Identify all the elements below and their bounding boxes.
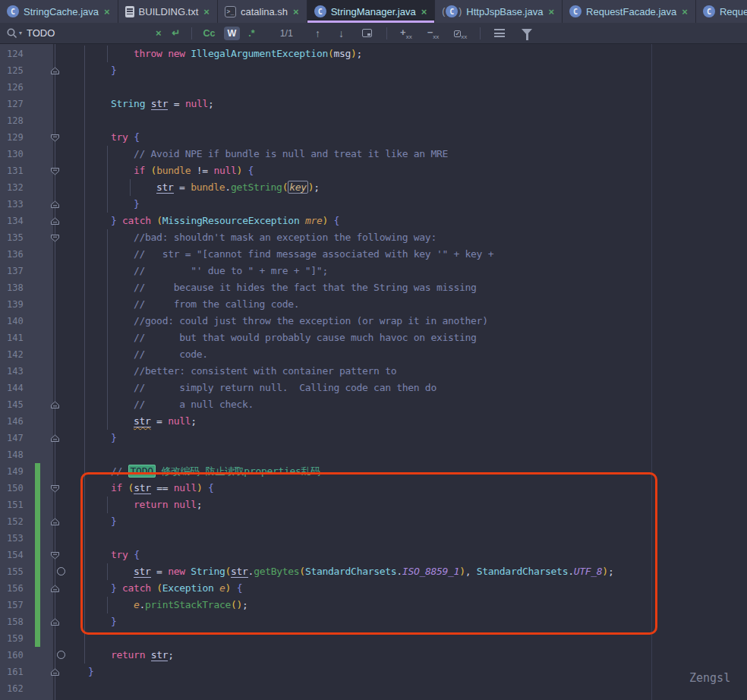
newline-icon[interactable]: ↵ — [169, 27, 184, 39]
code-line: 131if (bundle != null) { — [0, 162, 747, 179]
fold-end-marker-icon[interactable] — [50, 399, 60, 409]
close-tab-icon[interactable]: × — [292, 6, 300, 17]
filter-search-results-icon[interactable] — [494, 29, 505, 37]
code-text[interactable]: return null; — [88, 497, 747, 513]
code-text[interactable]: throw new IllegalArgumentException(msg); — [88, 46, 747, 62]
code-editor[interactable]: 124throw new IllegalArgumentException(ms… — [0, 44, 747, 700]
indent-guide — [84, 413, 85, 430]
code-text[interactable]: // code. — [88, 346, 747, 363]
clear-search-icon[interactable]: × — [153, 27, 165, 39]
fold-end-marker-icon[interactable] — [50, 65, 60, 75]
next-match-button[interactable]: ↓ — [332, 27, 351, 39]
vcs-change-bar[interactable] — [35, 580, 40, 597]
code-text[interactable]: if (bundle != null) { — [88, 162, 747, 179]
vcs-change-bar[interactable] — [35, 597, 40, 613]
tab-requestfacade-java[interactable]: C RequestFacade.java × — [563, 0, 696, 23]
close-tab-icon[interactable]: × — [203, 6, 210, 17]
tab-catalina-sh[interactable]: >_ catalina.sh × — [218, 0, 307, 23]
code-text[interactable]: // because it hides the fact that the St… — [88, 279, 747, 296]
code-text[interactable]: // str = "[cannot find message associate… — [88, 246, 747, 263]
close-tab-icon[interactable]: × — [103, 6, 111, 17]
code-text[interactable]: // but that would probably cause much ha… — [88, 330, 747, 346]
tab-httpjspbase-java[interactable]: (C) HttpJspBase.java × — [435, 0, 563, 23]
select-all-occurrences-button[interactable]: ✓xx — [449, 27, 472, 40]
words-toggle[interactable]: W — [224, 27, 241, 40]
fold-end-marker-icon[interactable] — [50, 583, 60, 593]
fold-end-marker-icon[interactable] — [50, 433, 60, 443]
vcs-change-bar[interactable] — [35, 563, 40, 580]
tab-stringmanager-java[interactable]: C StringManager.java × — [307, 0, 436, 23]
regex-toggle[interactable]: .* — [244, 27, 258, 40]
add-occurrence-button[interactable]: +xx — [395, 27, 418, 40]
filter-icon[interactable] — [522, 29, 532, 35]
fold-end-marker-icon[interactable] — [50, 216, 60, 225]
fold-start-marker-icon[interactable] — [50, 166, 60, 175]
fold-start-marker-icon[interactable] — [50, 483, 60, 493]
indent-guide — [84, 313, 85, 330]
code-text[interactable]: str = new String(str.getBytes(StandardCh… — [88, 563, 747, 580]
gutter-circle-icon[interactable] — [57, 567, 65, 575]
line-number: 127 — [7, 96, 33, 112]
code-text[interactable]: } — [88, 513, 747, 530]
fold-start-marker-icon[interactable] — [50, 132, 60, 142]
code-text[interactable]: // "' due to " + mre + "]"; — [88, 263, 747, 279]
fold-start-marker-icon[interactable] — [50, 550, 60, 560]
indent-guide — [84, 46, 85, 62]
code-text[interactable]: } — [88, 196, 747, 213]
code-text[interactable]: try { — [88, 129, 747, 146]
match-case-toggle[interactable]: Cc — [200, 27, 219, 40]
fold-end-marker-icon[interactable] — [50, 667, 60, 676]
vcs-change-bar[interactable] — [35, 497, 40, 513]
indent-guide — [84, 229, 85, 246]
code-text[interactable]: // a null check. — [88, 396, 747, 413]
tab-request-java[interactable]: C Request.java × — [696, 0, 747, 23]
vcs-change-bar[interactable] — [35, 547, 40, 563]
find-in-selection-button[interactable] — [362, 29, 372, 37]
search-icon[interactable]: ▾ — [6, 27, 22, 39]
code-text[interactable]: try { — [88, 547, 747, 563]
vcs-change-bar[interactable] — [35, 513, 40, 530]
fold-end-marker-icon[interactable] — [50, 516, 60, 526]
tab-stringcache-java[interactable]: C StringCache.java × — [0, 0, 118, 23]
code-text[interactable]: if (str == null) { — [88, 480, 747, 497]
code-text[interactable]: //bad: shouldn't mask an exception the f… — [88, 229, 747, 246]
code-text[interactable]: } catch (Exception e) { — [88, 580, 747, 597]
code-text[interactable]: //better: consistent with container patt… — [88, 363, 747, 380]
close-tab-icon[interactable]: × — [681, 6, 689, 17]
code-text[interactable]: } — [88, 430, 747, 446]
line-number: 139 — [7, 296, 33, 313]
fold-end-marker-icon[interactable] — [50, 199, 60, 209]
vcs-change-bar[interactable] — [35, 630, 40, 647]
search-input[interactable] — [27, 27, 148, 39]
line-number: 134 — [7, 213, 33, 229]
vcs-change-bar[interactable] — [35, 463, 40, 480]
code-text[interactable]: // TODO 修改编码 防止读取properties乱码 — [88, 463, 747, 480]
vcs-change-bar[interactable] — [35, 480, 40, 497]
close-tab-icon[interactable]: × — [547, 6, 555, 17]
code-text[interactable]: //good: could just throw the exception (… — [88, 313, 747, 330]
code-line: 149// TODO 修改编码 防止读取properties乱码 — [0, 463, 747, 480]
code-text[interactable]: } — [88, 613, 747, 630]
code-text[interactable]: // simply return null. Calling code can … — [88, 380, 747, 396]
toolbar-divider — [386, 27, 387, 39]
fold-start-marker-icon[interactable] — [50, 232, 60, 242]
code-text[interactable]: e.printStackTrace(); — [88, 597, 747, 613]
code-text[interactable]: } — [88, 664, 747, 680]
code-text[interactable]: } — [88, 62, 747, 79]
fold-end-marker-icon[interactable] — [50, 616, 60, 626]
tab-building-txt[interactable]: BUILDING.txt × — [118, 0, 218, 23]
code-text[interactable]: return str; — [88, 647, 747, 664]
search-history-chevron-icon[interactable]: ▾ — [19, 30, 22, 36]
vcs-change-bar[interactable] — [35, 613, 40, 630]
previous-match-button[interactable]: ↑ — [308, 27, 327, 39]
remove-occurrence-button[interactable]: −xx — [422, 27, 445, 40]
vcs-change-bar[interactable] — [35, 530, 40, 547]
close-tab-icon[interactable]: × — [421, 6, 428, 17]
code-text[interactable]: } catch (MissingResourceException mre) { — [88, 213, 747, 229]
code-text[interactable]: str = bundle.getString(key); — [88, 179, 747, 196]
code-text[interactable]: String str = null; — [88, 96, 747, 112]
code-text[interactable]: // Avoid NPE if bundle is null and treat… — [88, 146, 747, 162]
code-text[interactable]: // from the calling code. — [88, 296, 747, 313]
gutter-circle-icon[interactable] — [57, 651, 65, 659]
code-text[interactable]: str = null; — [88, 413, 747, 430]
